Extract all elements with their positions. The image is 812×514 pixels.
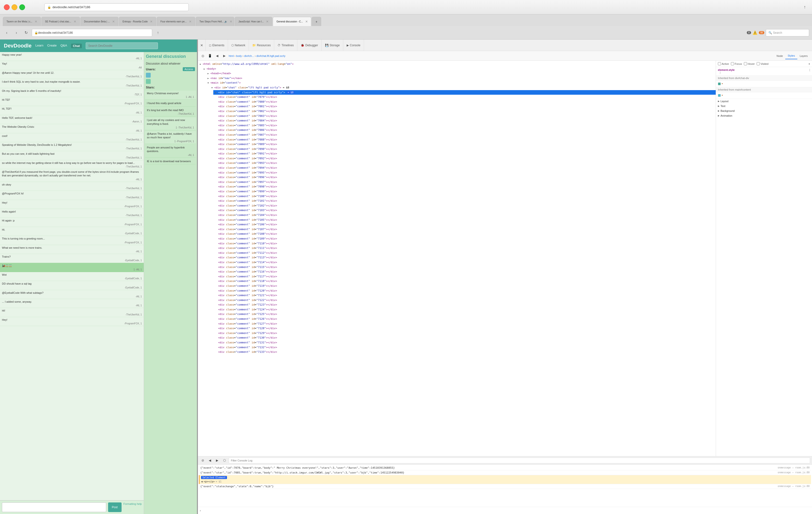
tree-node[interactable]: ▶<html xmlns="http://www.w3.org/1999/xht… (198, 62, 716, 66)
tab-close-icon[interactable]: ✕ (189, 20, 192, 23)
nav-create[interactable]: Create (47, 44, 57, 48)
tree-node[interactable]: <div class="comment" id="7086"></div> (213, 128, 716, 133)
chat-input[interactable] (2, 503, 106, 512)
tree-node[interactable]: <div class="comment" id="7107"></div> (213, 227, 716, 232)
tab-close-icon[interactable]: ✕ (266, 20, 269, 23)
address-bar[interactable]: 🔒 devdoodle.net/chat/3#7186 (44, 3, 189, 11)
tab-console[interactable]: ▶ Console (343, 39, 364, 51)
share-icon[interactable]: ↑ (802, 4, 808, 10)
tree-node[interactable]: <div class="comment" id="7089"></div> (213, 142, 716, 147)
tree-node[interactable]: <div class="comment" id="7083"></div> (213, 114, 716, 118)
tree-node[interactable]: <div class="comment" id="7080"></div> (213, 100, 716, 104)
animation-toggle[interactable]: ▶ Animation (718, 114, 810, 117)
console-nav-prev[interactable]: ◀ (207, 458, 213, 463)
tree-node[interactable]: <div class="comment" id="7090"></div> (213, 147, 716, 152)
tree-node[interactable]: <div class="comment" id="7079"></div> (213, 95, 716, 100)
access-button[interactable]: Access (183, 67, 195, 71)
tree-node[interactable]: <div class="comment" id="7113"></div> (213, 255, 716, 260)
forward-button[interactable]: › (12, 29, 20, 37)
tab-close-icon[interactable]: ✕ (305, 20, 308, 23)
device-mode-button[interactable]: 📱 (207, 53, 213, 59)
nav-learn[interactable]: Learn (35, 44, 44, 48)
tree-node[interactable]: <div class="comment" id="7095"></div> (213, 170, 716, 175)
tree-node[interactable]: <div class="comment" id="7097"></div> (213, 180, 716, 185)
console-expand-button[interactable]: ⬡ (222, 458, 227, 463)
tab-general-discussion[interactable]: General discussion - C... ✕ (273, 17, 311, 26)
filter-focus[interactable]: Focus (731, 62, 742, 65)
tree-node[interactable]: <div class="comment" id="7131"></div> (213, 340, 716, 345)
tree-node[interactable]: <div class="comment" id="7125"></div> (213, 312, 716, 317)
tree-node[interactable]: <div class="comment" id="7114"></div> (213, 260, 716, 265)
filter-active[interactable]: Active (718, 62, 729, 65)
tree-node[interactable]: <div class="comment" id="7081"></div> (213, 104, 716, 109)
tab-elements[interactable]: ◻ Elements (206, 39, 228, 51)
tree-node[interactable]: <div class="comment" id="7102"></div> (213, 204, 716, 208)
tree-node[interactable]: <div class="comment" id="7106"></div> (213, 222, 716, 227)
tab-resources[interactable]: 📁 Resources (249, 39, 274, 51)
tree-node[interactable]: <div class="comment" id="7130"></div> (213, 335, 716, 340)
tree-node[interactable]: <div class="comment" id="7104"></div> (213, 213, 716, 218)
tree-node[interactable]: <div class="comment" id="7101"></div> (213, 198, 716, 204)
tree-node[interactable]: <div class="comment" id="7111"></div> (213, 246, 716, 251)
tab-timelines[interactable]: ⏱ Timelines (274, 39, 297, 51)
add-rule-button[interactable]: + (809, 62, 810, 65)
back-button[interactable]: ‹ (3, 29, 10, 37)
tree-node[interactable]: <div class="comment" id="7100"></div> (213, 194, 716, 199)
post-button[interactable]: Post (108, 503, 122, 512)
console-nav-next[interactable]: ▶ (214, 458, 220, 463)
tree-node[interactable]: <div class="comment" id="7115"></div> (213, 265, 716, 270)
tree-node[interactable]: <div class="comment" id="7105"></div> (213, 218, 716, 222)
filter-active-checkbox[interactable] (718, 62, 721, 65)
breadcrumb-item[interactable]: div#chat.lft.hglt.pad.scrly (256, 54, 285, 57)
tree-node[interactable]: <div class="comment" id="7112"></div> (213, 251, 716, 255)
tab-close-icon[interactable]: ✕ (150, 20, 153, 23)
tree-node[interactable]: <div class="comment" id="7121"></div> (213, 293, 716, 298)
tree-node[interactable]: <div class="comment" id="7118"></div> (213, 279, 716, 283)
tab-close-icon[interactable]: ✕ (112, 20, 115, 23)
nav-address-bar[interactable]: 🔒 devdoodle.net/chat/3#7186 (32, 29, 152, 37)
tree-node[interactable]: <div class="comment" id="7110"></div> (213, 241, 716, 246)
filter-visited[interactable]: Visited (757, 62, 768, 65)
nav-qa[interactable]: Q&A (60, 44, 67, 48)
tab-docs-beta[interactable]: Documentation Beta | ... ✕ (80, 17, 118, 26)
tab-close-icon[interactable]: ✕ (74, 20, 76, 23)
minimize-button[interactable] (11, 4, 17, 10)
breadcrumb-item[interactable]: html (229, 54, 234, 57)
tree-node[interactable]: <div class="comment" id="7093"></div> (213, 161, 716, 166)
tree-node[interactable]: <div class="comment" id="7088"></div> (213, 137, 716, 142)
color-swatch[interactable] (718, 94, 721, 97)
tree-node[interactable]: <div class="comment" id="7092"></div> (213, 156, 716, 161)
layout-toggle[interactable]: ▶ Layout (718, 100, 810, 103)
background-toggle[interactable]: ▶ Background (718, 109, 810, 112)
tree-node[interactable]: <div class="comment" id="7096"></div> (213, 175, 716, 180)
layers-tab[interactable]: Layers (797, 53, 810, 59)
tab-four-elements[interactable]: Four elements earn pe... ✕ (157, 17, 195, 26)
tree-node[interactable]: <div class="comment" id="7091"></div> (213, 151, 716, 156)
tree-node[interactable]: <div class="comment" id="7126"></div> (213, 317, 716, 321)
formatting-help-link[interactable]: Formatting help (123, 503, 142, 512)
tab-storage[interactable]: 💾 Storage (322, 39, 343, 51)
tab-tavern[interactable]: Tavern on the Meta | c... ✕ (3, 17, 41, 26)
tree-node[interactable]: <div class="comment" id="7109"></div> (213, 236, 716, 241)
tree-node[interactable]: <div class="comment" id="7103"></div> (213, 208, 716, 213)
share-icon[interactable]: ↑ (154, 29, 162, 37)
filter-focus-checkbox[interactable] (731, 62, 734, 65)
tab-close-icon[interactable]: ✕ (35, 20, 37, 23)
tree-node[interactable]: <div class="comment" id="7132"></div> (213, 345, 716, 350)
tab-two-steps[interactable]: Two Steps From Hell... 🔊 ✕ (196, 17, 234, 26)
close-button[interactable] (4, 4, 10, 10)
filter-visited-checkbox[interactable] (757, 62, 760, 65)
tree-node[interactable]: ▶<head></head> (206, 71, 716, 76)
text-toggle[interactable]: ▶ Text (718, 105, 810, 107)
tab-debugger[interactable]: 🐞 Debugger (297, 39, 322, 51)
tree-node[interactable]: <div class="comment" id="7127"></div> (213, 321, 716, 326)
tree-node[interactable]: ▶<body> (202, 66, 716, 71)
tree-node[interactable]: <div class="comment" id="7082"></div> (213, 109, 716, 114)
tree-node[interactable]: <div class="comment" id="7098"></div> (213, 184, 716, 189)
nav-chat[interactable]: Chat (71, 44, 82, 48)
tree-node[interactable]: <div class="comment" id="7128"></div> (213, 326, 716, 331)
tree-node[interactable]: <div class="comment" id="7123"></div> (213, 302, 716, 307)
devtools-close-button[interactable]: ✕ (198, 39, 206, 51)
styles-tab[interactable]: Styles (785, 53, 797, 59)
tab-javascript[interactable]: JavaScript: How can I... ✕ (235, 17, 272, 26)
